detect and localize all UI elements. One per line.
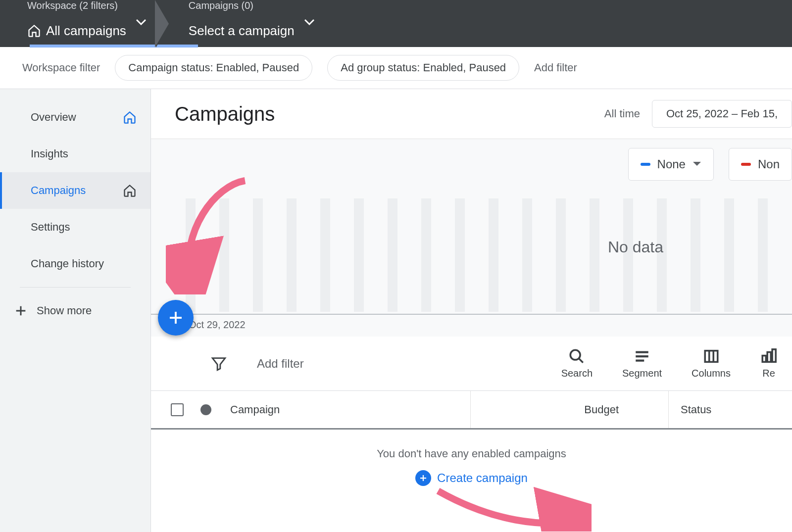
add-filter-button[interactable]: Add filter: [257, 357, 304, 371]
home-icon: [123, 110, 137, 124]
status-column-header[interactable]: [200, 404, 230, 415]
breadcrumb-workspace[interactable]: Workspace (2 filters) All campaigns: [22, 0, 156, 47]
home-icon: [27, 24, 41, 38]
svg-rect-4: [772, 349, 776, 362]
sidebar-item-label: Change history: [31, 257, 104, 270]
svg-rect-3: [767, 352, 771, 362]
reports-icon: [760, 348, 777, 365]
create-campaign-label: Create campaign: [437, 471, 528, 485]
sidebar-item-label: Campaigns: [31, 184, 86, 197]
chevron-down-icon: [304, 19, 314, 26]
status-dot-icon: [200, 404, 211, 415]
plus-icon: [14, 304, 28, 318]
sidebar-show-more[interactable]: Show more: [0, 292, 150, 329]
filter-icon[interactable]: [210, 355, 227, 372]
breadcrumb-workspace-label: All campaigns: [46, 23, 126, 39]
budget-column-header[interactable]: Budget: [470, 391, 668, 428]
create-campaign-fab[interactable]: [158, 300, 194, 336]
chart-axis-line: [151, 314, 792, 315]
sidebar-item-change-history[interactable]: Change history: [0, 245, 150, 282]
status-text-column-header[interactable]: Status: [668, 391, 792, 428]
tool-label: Segment: [622, 368, 662, 379]
plus-circle-icon: [415, 470, 431, 486]
sidebar-divider: [20, 287, 131, 288]
empty-state: You don't have any enabled campaigns Cre…: [151, 430, 792, 486]
metric-label: None: [657, 157, 686, 171]
breadcrumb-campaign-label: Select a campaign: [189, 23, 295, 39]
chevron-down-icon: [693, 161, 701, 167]
main-content: Campaigns All time Oct 25, 2022 – Feb 15…: [151, 89, 792, 532]
sidebar: Overview Insights Campaigns Settings Cha…: [0, 89, 151, 532]
date-range-picker[interactable]: Oct 25, 2022 – Feb 15,: [652, 100, 792, 128]
create-campaign-link[interactable]: Create campaign: [415, 470, 528, 486]
plus-icon: [419, 474, 428, 483]
breadcrumb-campaign-sup: Campaigns (0): [189, 0, 295, 11]
chip-campaign-status[interactable]: Campaign status: Enabled, Paused: [115, 55, 312, 81]
breadcrumb-separator: [156, 0, 170, 48]
workspace-filter-label: Workspace filter: [22, 61, 100, 74]
sidebar-item-label: Overview: [31, 111, 76, 124]
page-title: Campaigns: [175, 103, 275, 125]
chevron-down-icon: [136, 19, 146, 26]
segment-button[interactable]: Segment: [622, 348, 662, 379]
sidebar-item-insights[interactable]: Insights: [0, 136, 150, 172]
chart-no-data-label: No data: [608, 238, 663, 256]
select-all-checkbox[interactable]: [171, 403, 200, 416]
campaign-column-header[interactable]: Campaign: [230, 403, 470, 416]
breadcrumb-campaign[interactable]: Campaigns (0) Select a campaign: [184, 0, 324, 47]
chart-axis-date: Oct 29, 2022: [189, 319, 246, 331]
chart-gridlines: [186, 198, 792, 312]
empty-state-message: You don't have any enabled campaigns: [151, 447, 792, 460]
series-color-indicator: [741, 163, 751, 166]
table-header-row: Campaign Budget Status: [151, 391, 792, 430]
sidebar-item-overview[interactable]: Overview: [0, 99, 150, 136]
breadcrumb-bar: Workspace (2 filters) All campaigns Camp…: [0, 0, 792, 47]
workspace-filter-row: Workspace filter Campaign status: Enable…: [0, 47, 792, 89]
tool-label: Columns: [692, 368, 731, 379]
table-toolbar: Add filter Search Segment Columns Re: [151, 337, 792, 391]
metric-selector-1[interactable]: None: [628, 148, 714, 181]
svg-point-0: [571, 350, 581, 360]
sidebar-item-label: Insights: [31, 147, 68, 160]
chart-area: None Non No data Oct 29, 2022: [151, 139, 792, 337]
metric-selector-2[interactable]: Non: [729, 148, 792, 181]
svg-rect-2: [762, 356, 766, 362]
svg-rect-1: [705, 351, 718, 362]
sidebar-show-more-label: Show more: [37, 304, 92, 317]
add-filter-link[interactable]: Add filter: [534, 61, 577, 74]
breadcrumb-workspace-sup: Workspace (2 filters): [27, 0, 126, 11]
sidebar-item-label: Settings: [31, 221, 70, 234]
metric-label: Non: [758, 157, 780, 171]
sidebar-item-settings[interactable]: Settings: [0, 209, 150, 245]
sidebar-item-campaigns[interactable]: Campaigns: [0, 172, 150, 209]
segment-icon: [634, 348, 650, 365]
tool-label: Search: [561, 368, 593, 379]
columns-icon: [703, 348, 720, 365]
series-color-indicator: [641, 163, 650, 166]
chip-adgroup-status[interactable]: Ad group status: Enabled, Paused: [327, 55, 519, 81]
date-range-preset[interactable]: All time: [604, 107, 640, 120]
home-icon: [123, 184, 137, 197]
tool-label: Re: [762, 368, 775, 379]
search-icon: [568, 348, 585, 365]
plus-icon: [167, 309, 185, 327]
search-button[interactable]: Search: [561, 348, 593, 379]
columns-button[interactable]: Columns: [692, 348, 731, 379]
reports-button[interactable]: Re: [760, 348, 777, 379]
annotation-arrow: [433, 487, 592, 532]
